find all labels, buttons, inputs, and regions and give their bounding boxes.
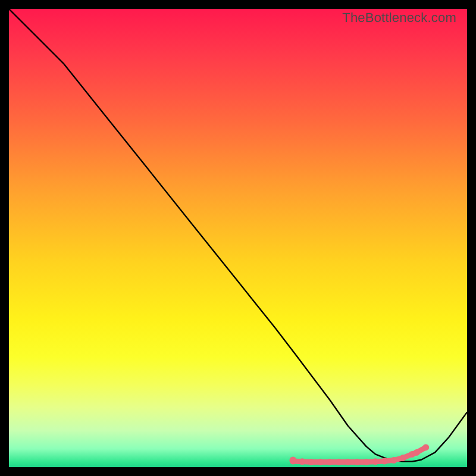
marker-dot xyxy=(354,459,361,465)
curve-layer xyxy=(9,9,467,462)
marker-dot xyxy=(400,455,406,461)
marker-dot xyxy=(299,458,305,465)
watermark-text: TheBottleneck.com xyxy=(342,10,456,26)
chart-svg xyxy=(9,9,467,467)
marker-dot xyxy=(308,459,315,465)
marker-dot xyxy=(422,444,429,450)
marker-dot xyxy=(327,459,333,465)
gradient-plot-area: TheBottleneck.com xyxy=(9,9,467,467)
bottleneck-curve xyxy=(9,9,467,462)
chart-frame: TheBottleneck.com xyxy=(0,0,476,476)
marker-dot xyxy=(372,458,379,465)
marker-dot xyxy=(414,449,420,456)
marker-dot xyxy=(381,458,388,465)
marker-dot xyxy=(345,459,351,465)
marker-endpoint xyxy=(289,457,296,464)
marker-dot xyxy=(363,459,369,465)
marker-dot xyxy=(390,457,397,464)
marker-dot xyxy=(317,459,324,465)
marker-dot xyxy=(336,459,342,465)
